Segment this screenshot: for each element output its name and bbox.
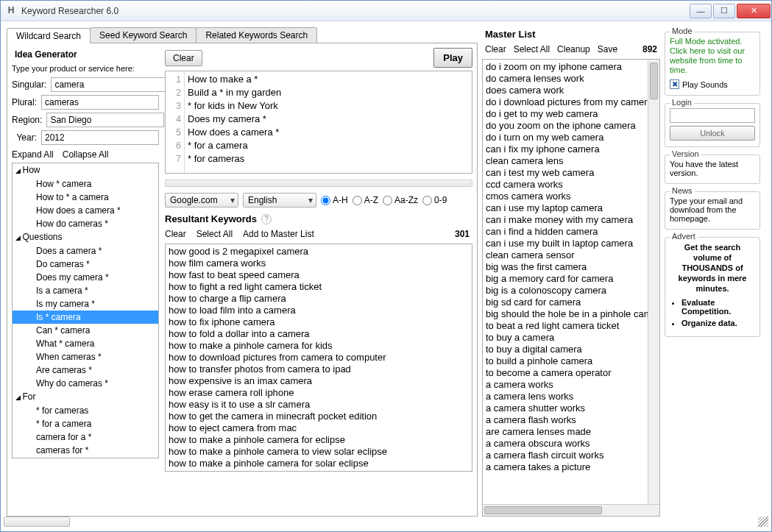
result-item[interactable]: how to transfer photos from camera to ip… <box>169 363 469 375</box>
titlebar[interactable]: H Keyword Researcher 6.0 — ☐ ✕ <box>1 1 771 21</box>
master-item[interactable]: can i use my built in laptop camera <box>486 238 656 249</box>
maximize-button[interactable]: ☐ <box>713 4 735 18</box>
master-cleanup[interactable]: Cleanup <box>557 44 590 54</box>
collapse-all[interactable]: Collapse All <box>63 149 109 160</box>
language-select[interactable]: English <box>243 193 316 208</box>
help-icon[interactable]: ? <box>261 214 272 224</box>
master-item[interactable]: ccd camera works <box>486 179 656 191</box>
tree-item[interactable]: Do cameras * <box>13 258 158 271</box>
input-year[interactable] <box>41 130 159 145</box>
master-item[interactable]: can i fix my iphone camera <box>486 143 656 155</box>
master-item[interactable]: does camera work <box>486 85 656 96</box>
result-item[interactable]: how to fight a red light camera ticket <box>169 281 469 293</box>
master-item[interactable]: do camera lenses work <box>486 73 656 85</box>
result-item[interactable]: how to load film into a camera <box>169 305 469 316</box>
radio-az[interactable]: A-Z <box>353 195 378 205</box>
tree-item[interactable]: Why do cameras * <box>13 377 158 390</box>
tab-wildcard[interactable]: Wildcard Search <box>7 28 91 43</box>
master-item[interactable]: do you zoom on the iphone camera <box>486 120 656 132</box>
result-item[interactable]: how to charge a flip camera <box>169 293 469 305</box>
play-button[interactable]: Play <box>433 48 472 68</box>
seed-line[interactable]: * for cameras <box>188 152 469 166</box>
result-item[interactable]: how film camera works <box>169 258 469 269</box>
master-item[interactable]: to beat a red light camera ticket <box>486 320 656 332</box>
expand-all[interactable]: Expand All <box>12 149 54 160</box>
mode-link[interactable]: Full Mode activated. Click here to visit… <box>670 37 755 75</box>
master-selectall[interactable]: Select All <box>514 44 550 54</box>
master-item[interactable]: can i test my web camera <box>486 167 656 179</box>
master-item[interactable]: to buy a digital camera <box>486 344 656 355</box>
seed-line[interactable]: * for a camera <box>188 139 469 152</box>
seed-text[interactable]: How to make a *Build a * in my garden* f… <box>185 71 472 173</box>
result-item[interactable]: how to download pictures from camera to … <box>169 352 469 363</box>
input-singular[interactable] <box>51 77 169 92</box>
master-item[interactable]: a camera flash works <box>486 414 656 426</box>
master-item[interactable]: clean camera lens <box>486 155 656 167</box>
result-item[interactable]: how to get the camera in minecraft pocke… <box>169 411 469 422</box>
seed-editor[interactable]: 1234567 How to make a *Build a * in my g… <box>165 71 472 174</box>
tree-group[interactable]: Questions <box>13 230 158 244</box>
master-item[interactable]: a camera lens works <box>486 391 656 402</box>
resultant-list[interactable]: how good is 2 megapixel camerahow film c… <box>165 244 472 472</box>
master-item[interactable]: a camera shutter works <box>486 402 656 414</box>
master-item[interactable]: can i find a hidden camera <box>486 226 656 238</box>
tree-item[interactable]: camera for a * <box>13 430 158 444</box>
tree-item[interactable]: Is a camera * <box>13 284 158 297</box>
result-item[interactable]: how fast to beat speed camera <box>169 269 469 281</box>
master-item[interactable]: do i zoom on my iphone camera <box>486 61 656 73</box>
template-tree[interactable]: HowHow * cameraHow to * a cameraHow does… <box>12 163 159 458</box>
result-selectall[interactable]: Select All <box>196 229 233 239</box>
engine-select[interactable]: Google.com <box>165 193 238 208</box>
master-vscroll[interactable] <box>648 60 659 504</box>
master-item[interactable]: do i get to my web camera <box>486 108 656 120</box>
tab-seed[interactable]: Seed Keyword Search <box>90 27 196 43</box>
result-item[interactable]: how to make a pinhole camera for solar e… <box>169 458 469 469</box>
unlock-button[interactable]: Unlock <box>670 126 755 141</box>
tree-item[interactable]: What * camera <box>13 337 158 350</box>
master-item[interactable]: to build a pinhole camera <box>486 355 656 367</box>
master-item[interactable]: are camera lenses made <box>486 426 656 438</box>
minimize-button[interactable]: — <box>690 4 712 18</box>
master-clear[interactable]: Clear <box>485 44 506 54</box>
tree-group[interactable]: How <box>13 163 158 177</box>
result-item[interactable]: how good is 2 megapixel camera <box>169 246 469 258</box>
tree-item[interactable]: How does a camera * <box>13 204 158 217</box>
result-item[interactable]: how to fold a dollar into a camera <box>169 328 469 340</box>
result-item[interactable]: how expensive is an imax camera <box>169 375 469 387</box>
master-hscroll[interactable] <box>483 504 659 516</box>
tree-item[interactable]: Can * camera <box>13 324 158 337</box>
tree-item[interactable]: How to * a camera <box>13 191 158 204</box>
tree-item[interactable]: How do cameras * <box>13 217 158 230</box>
master-item[interactable]: to buy a camera <box>486 332 656 344</box>
master-list[interactable]: do i zoom on my iphone camerado camera l… <box>483 60 659 504</box>
master-item[interactable]: big a memory card for camera <box>486 273 656 285</box>
master-item[interactable]: do i turn on my web camera <box>486 132 656 143</box>
master-item[interactable]: a camera takes a picture <box>486 461 656 473</box>
master-item[interactable]: a camera works <box>486 379 656 391</box>
tree-item[interactable]: When cameras * <box>13 350 158 363</box>
seed-line[interactable]: How does a camera * <box>188 126 469 139</box>
result-clear[interactable]: Clear <box>165 229 186 239</box>
close-button[interactable]: ✕ <box>737 4 771 18</box>
seed-clear-button[interactable]: Clear <box>165 50 202 66</box>
tree-item[interactable]: Does a camera * <box>13 244 158 258</box>
seed-line[interactable]: Build a * in my garden <box>188 86 469 99</box>
radio-aazz[interactable]: Aa-Zz <box>383 195 418 205</box>
master-item[interactable]: a camera flash circuit works <box>486 450 656 461</box>
master-save[interactable]: Save <box>598 44 617 54</box>
result-item[interactable]: how to fix iphone camera <box>169 316 469 328</box>
master-item[interactable]: big sd card for camera <box>486 297 656 308</box>
result-item[interactable]: how to make a pinhole camera for eclipse <box>169 434 469 446</box>
result-add[interactable]: Add to Master List <box>243 229 314 239</box>
seed-line[interactable]: Does my camera * <box>188 113 469 126</box>
result-item[interactable]: how to eject camera from mac <box>169 422 469 434</box>
master-item[interactable]: do i download pictures from my camera <box>486 96 656 108</box>
input-plural[interactable] <box>41 95 159 110</box>
master-item[interactable]: to become a camera operator <box>486 367 656 379</box>
tree-group[interactable]: For <box>13 390 158 404</box>
tree-item[interactable]: Is my camera * <box>13 297 158 311</box>
radio-ah[interactable]: A-H <box>321 195 348 205</box>
master-item[interactable]: clean camera sensor <box>486 249 656 261</box>
radio-09[interactable]: 0-9 <box>422 195 447 205</box>
tab-related[interactable]: Related Keywords Search <box>196 27 317 43</box>
